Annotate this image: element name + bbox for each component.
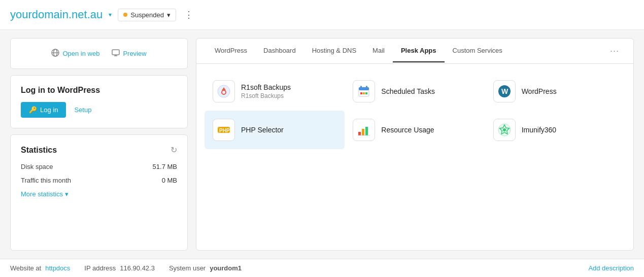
imunify360-info: Imunify360 xyxy=(522,126,556,134)
chevron-down-icon: ▾ xyxy=(65,190,69,198)
disk-space-label: Disk space xyxy=(21,163,53,170)
r1soft-icon xyxy=(213,80,235,102)
preview-button[interactable]: Preview xyxy=(112,49,146,58)
app-item-wordpress[interactable]: W WordPress xyxy=(485,72,625,111)
tab-custom-services[interactable]: Custom Services xyxy=(445,40,511,62)
wordpress-name: WordPress xyxy=(522,87,557,95)
status-label: Suspended xyxy=(130,11,164,19)
ip-value: 116.90.42.3 xyxy=(120,264,155,272)
r1soft-name: R1soft Backups xyxy=(241,83,291,91)
svg-rect-15 xyxy=(365,92,367,94)
resource-usage-icon xyxy=(353,119,375,141)
imunify360-name: Imunify360 xyxy=(522,126,556,134)
website-label: Website at xyxy=(10,264,41,272)
scheduled-tasks-info: Scheduled Tasks xyxy=(381,87,435,95)
left-panel: Open in web Preview Log in to WordPress xyxy=(10,38,188,251)
setup-link[interactable]: Setup xyxy=(74,106,91,114)
imunify360-icon xyxy=(493,119,516,141)
svg-rect-22 xyxy=(365,127,368,135)
scheduled-tasks-icon xyxy=(353,80,375,102)
tab-hosting-dns[interactable]: Hosting & DNS xyxy=(304,40,364,62)
httpdocs-link[interactable]: httpdocs xyxy=(45,264,70,272)
refresh-icon[interactable]: ↻ xyxy=(171,145,177,155)
kebab-menu-icon[interactable]: ⋮ xyxy=(182,7,196,22)
open-in-web-button[interactable]: Open in web xyxy=(51,49,99,58)
traffic-label: Traffic this month xyxy=(21,177,71,184)
svg-text:PHP: PHP xyxy=(219,128,230,133)
svg-text:W: W xyxy=(501,87,509,95)
resource-usage-name: Resource Usage xyxy=(381,126,434,134)
footer-right: Add description xyxy=(588,264,634,272)
key-icon: 🔑 xyxy=(29,106,37,114)
open-preview-card: Open in web Preview xyxy=(10,38,188,69)
tab-dashboard[interactable]: Dashboard xyxy=(255,40,304,62)
php-selector-name: PHP Selector xyxy=(241,126,284,134)
top-header: yourdomain.net.au ▾ Suspended ▾ ⋮ xyxy=(0,0,644,30)
system-user-label: System user xyxy=(169,264,206,272)
tabs-more-icon[interactable]: ··· xyxy=(606,39,623,63)
php-selector-info: PHP Selector xyxy=(241,126,284,134)
tab-wordpress[interactable]: WordPress xyxy=(207,40,255,62)
apps-grid: R1soft Backups R1soft Backups xyxy=(196,64,633,157)
r1soft-sub: R1soft Backups xyxy=(241,92,291,99)
disk-space-row: Disk space 51.7 MB xyxy=(21,163,177,170)
svg-point-6 xyxy=(218,85,230,97)
resource-usage-info: Resource Usage xyxy=(381,126,434,134)
domain-title[interactable]: yourdomain.net.au xyxy=(10,8,103,21)
status-badge[interactable]: Suspended ▾ xyxy=(118,9,176,21)
log-in-button[interactable]: 🔑 Log in xyxy=(21,102,66,118)
disk-space-value: 51.7 MB xyxy=(153,163,177,170)
svg-rect-13 xyxy=(360,92,362,94)
tab-mail[interactable]: Mail xyxy=(364,40,393,62)
traffic-row: Traffic this month 0 MB xyxy=(21,177,177,184)
app-item-resource-usage[interactable]: Resource Usage xyxy=(345,111,485,149)
ip-label: IP address xyxy=(84,264,116,272)
svg-rect-11 xyxy=(360,86,362,89)
r1soft-info: R1soft Backups R1soft Backups xyxy=(241,83,291,99)
more-stats-link[interactable]: More statistics ▾ xyxy=(21,190,177,198)
status-dot xyxy=(123,13,127,17)
traffic-value: 0 MB xyxy=(162,177,177,184)
globe-icon xyxy=(51,49,59,58)
system-user-value: yourdom1 xyxy=(210,264,242,272)
svg-rect-12 xyxy=(366,86,367,89)
app-item-scheduled-tasks[interactable]: Scheduled Tasks xyxy=(345,72,485,111)
login-card: Log in to WordPress 🔑 Log in Setup xyxy=(10,75,188,128)
scheduled-tasks-name: Scheduled Tasks xyxy=(381,87,435,95)
login-actions: 🔑 Log in Setup xyxy=(21,102,177,118)
svg-point-25 xyxy=(503,128,506,131)
svg-rect-21 xyxy=(362,129,364,135)
app-item-php-selector[interactable]: PHP PHP Selector xyxy=(205,111,345,149)
login-title: Log in to WordPress xyxy=(21,86,177,95)
monitor-icon xyxy=(112,49,120,58)
app-item-imunify360[interactable]: Imunify360 xyxy=(485,111,625,149)
right-panel: WordPress Dashboard Hosting & DNS Mail P… xyxy=(196,38,634,251)
stats-title: Statistics xyxy=(21,146,57,155)
app-item-r1soft[interactable]: R1soft Backups R1soft Backups xyxy=(205,72,345,111)
tab-plesk-apps[interactable]: Plesk Apps xyxy=(393,40,445,62)
stats-header: Statistics ↻ xyxy=(21,145,177,155)
svg-rect-20 xyxy=(358,132,361,135)
svg-rect-3 xyxy=(112,50,119,55)
main-content: Open in web Preview Log in to WordPress xyxy=(0,30,644,259)
stats-card: Statistics ↻ Disk space 51.7 MB Traffic … xyxy=(10,134,188,251)
footer: Website at httpdocs IP address 116.90.42… xyxy=(0,259,644,277)
status-chevron-icon: ▾ xyxy=(167,11,171,19)
wordpress-icon: W xyxy=(493,80,516,102)
add-description-link[interactable]: Add description xyxy=(588,264,634,272)
php-selector-icon: PHP xyxy=(213,119,235,141)
wordpress-info: WordPress xyxy=(522,87,557,95)
tabs-bar: WordPress Dashboard Hosting & DNS Mail P… xyxy=(196,39,633,64)
domain-chevron-icon[interactable]: ▾ xyxy=(109,11,112,18)
svg-rect-14 xyxy=(363,92,365,94)
